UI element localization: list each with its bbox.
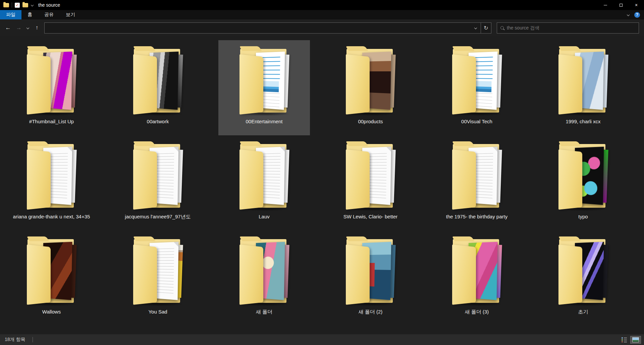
folder-item[interactable]: Lauv — [218, 135, 310, 230]
folder-label: typo — [578, 214, 588, 219]
folder-label: SW Lewis, Clario- better — [343, 214, 398, 219]
folder-item[interactable]: jacquemus l'annee97_97년도 — [112, 135, 204, 230]
ribbon-tab-strip: 파일 홈 공유 보기 ? — [0, 10, 644, 19]
folder-front-panel — [27, 54, 51, 115]
search-input[interactable] — [507, 25, 635, 30]
folder-label: jacquemus l'annee97_97년도 — [125, 214, 191, 220]
folder-icon — [22, 140, 81, 212]
refresh-button[interactable]: ↻ — [481, 23, 491, 33]
folder-label: ariana grande-thank u next, 34+35 — [13, 214, 90, 219]
recent-locations-icon[interactable] — [25, 23, 31, 32]
tab-share[interactable]: 공유 — [38, 10, 60, 19]
folder-label: Wallows — [42, 309, 61, 315]
window-controls: × — [598, 0, 644, 10]
search-box[interactable] — [497, 22, 639, 33]
ribbon-expand-icon[interactable] — [627, 13, 630, 16]
folder-label: 초기 — [578, 309, 588, 315]
address-dropdown-button[interactable] — [471, 23, 481, 33]
folder-item[interactable]: typo — [537, 135, 629, 230]
folder-label: 새 폴더 — [256, 309, 272, 315]
folder-icon — [235, 235, 294, 307]
folder-icon — [235, 140, 294, 212]
folder-item[interactable]: ariana grande-thank u next, 34+35 — [6, 135, 97, 230]
forward-button[interactable]: → — [14, 23, 23, 32]
folder-icon — [128, 140, 187, 212]
folder-front-panel — [133, 149, 157, 210]
folder-item[interactable]: 새 폴더 — [218, 230, 310, 326]
folder-item[interactable]: the 1975- the birthday party — [431, 135, 523, 230]
search-icon — [500, 26, 504, 29]
refresh-icon: ↻ — [484, 25, 488, 31]
item-count: 18개 항목 — [5, 337, 25, 343]
address-bar[interactable]: ↻ — [44, 22, 491, 33]
folder-icon — [447, 235, 506, 307]
folder-icon — [447, 45, 506, 117]
folder-icon — [128, 235, 187, 307]
folder-icon — [341, 235, 400, 307]
chevron-down-icon — [474, 26, 477, 29]
address-input[interactable] — [45, 23, 471, 33]
folder-front-panel — [558, 54, 582, 115]
folder-item[interactable]: 00products — [325, 40, 416, 135]
maximize-button[interactable] — [613, 0, 629, 10]
folder-front-panel — [239, 149, 263, 210]
folder-label: 00Entertainment — [246, 119, 282, 124]
details-view-icon — [622, 337, 627, 342]
folder-icon — [128, 45, 187, 117]
folder-item[interactable]: You Sad — [112, 230, 204, 326]
folder-icon — [554, 45, 613, 117]
details-view-button[interactable] — [620, 336, 629, 343]
folder-item[interactable]: 00artwork — [112, 40, 204, 135]
folder-front-panel — [452, 245, 476, 305]
tab-view[interactable]: 보기 — [60, 10, 81, 19]
up-button[interactable]: ↑ — [32, 23, 42, 32]
folder-front-panel — [452, 149, 476, 210]
quick-access-toolbar: ✓ — [0, 2, 34, 8]
folder-label: 1999, charli xcx — [566, 119, 600, 124]
folder-front-panel — [27, 245, 51, 305]
qat-dropdown-icon[interactable] — [31, 4, 34, 6]
folder-item[interactable]: 00Visual Tech — [431, 40, 523, 135]
folder-item[interactable]: 새 폴더 (3) — [431, 230, 523, 326]
folder-icon — [554, 140, 613, 212]
folder-item[interactable]: #Thumbnail_List Up — [6, 40, 97, 135]
folder-item[interactable]: Wallows — [6, 230, 97, 326]
folder-front-panel — [239, 245, 263, 305]
folder-item[interactable]: SW Lewis, Clario- better — [325, 135, 416, 230]
folder-icon — [22, 235, 81, 307]
folder-icon — [554, 235, 613, 307]
folder-front-panel — [558, 149, 582, 210]
window-title: the source — [38, 2, 60, 8]
back-button[interactable]: ← — [3, 23, 13, 32]
tab-file[interactable]: 파일 — [0, 10, 21, 19]
folder-front-panel — [346, 149, 370, 210]
folder-item[interactable]: 1999, charli xcx — [537, 40, 629, 135]
folder-icon — [341, 140, 400, 212]
folder-front-panel — [133, 245, 157, 305]
folder-front-panel — [452, 54, 476, 115]
minimize-button[interactable] — [598, 0, 613, 10]
titlebar: ✓ the source × — [0, 0, 644, 10]
folder-item[interactable]: 00Entertainment — [218, 40, 310, 135]
folder-label: the 1975- the birthday party — [446, 214, 507, 219]
minimize-icon — [604, 5, 607, 5]
status-bar: 18개 항목 — [0, 334, 644, 345]
folder-label: 새 폴더 (2) — [359, 309, 383, 315]
folder-icon — [22, 45, 81, 117]
thumbnails-view-button[interactable] — [631, 336, 641, 343]
folder-grid: #Thumbnail_List Up 00artwork 00Entertain… — [6, 40, 644, 326]
folder-label: You Sad — [148, 309, 167, 315]
checked-document-icon[interactable]: ✓ — [15, 3, 20, 8]
folder-item[interactable]: 새 폴더 (2) — [325, 230, 416, 326]
folder-item[interactable]: 초기 — [537, 230, 629, 326]
tab-home[interactable]: 홈 — [21, 10, 38, 19]
folder-front-panel — [239, 54, 263, 115]
folder-label: #Thumbnail_List Up — [29, 119, 74, 124]
folder-front-panel — [133, 54, 157, 115]
help-button[interactable]: ? — [634, 12, 640, 18]
new-folder-icon[interactable] — [22, 3, 28, 7]
navigation-toolbar: ← → ↑ ↻ — [0, 19, 644, 36]
close-button[interactable]: × — [629, 0, 644, 10]
folder-label: 새 폴더 (3) — [465, 309, 489, 315]
divider — [12, 2, 12, 8]
